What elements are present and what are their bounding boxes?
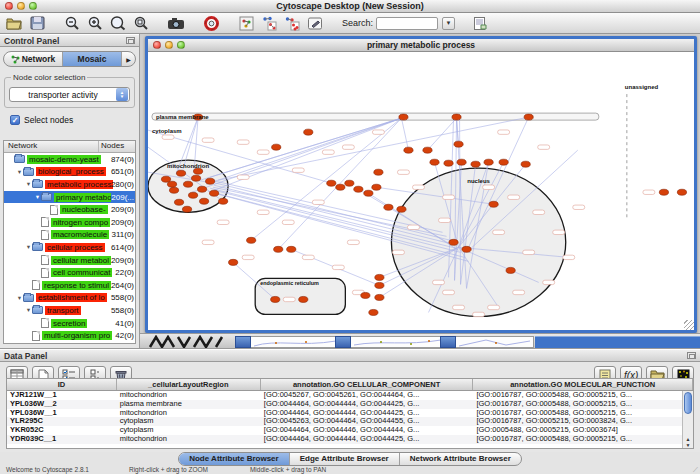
network-edge[interactable] [192, 118, 401, 192]
network-edge[interactable] [278, 118, 401, 249]
tab-mosaic[interactable]: Mosaic [63, 52, 122, 66]
network-node[interactable] [375, 282, 384, 288]
table-column-header[interactable]: _cellularLayoutRegion [117, 379, 261, 390]
network-node[interactable] [188, 192, 197, 198]
snapshot-camera-icon[interactable] [166, 14, 186, 32]
scrollbar-thumb[interactable] [684, 392, 692, 414]
network-node[interactable] [336, 184, 345, 190]
network-node[interactable] [183, 181, 192, 187]
network-node[interactable] [449, 239, 458, 245]
network-node[interactable] [354, 186, 363, 192]
network-node[interactable] [197, 186, 206, 192]
network-node[interactable] [374, 169, 383, 175]
background-window[interactable] [235, 336, 341, 348]
network-node[interactable] [169, 187, 178, 193]
network-node[interactable] [206, 178, 215, 184]
table-column-header[interactable]: annotation.GO MOLECULAR_FUNCTION [473, 379, 693, 390]
node-color-combobox[interactable]: transporter activity ▲▼ [9, 87, 130, 102]
network-node[interactable] [369, 309, 378, 315]
expand-arrow-icon[interactable]: ▼ [25, 244, 32, 250]
network-node[interactable] [199, 198, 208, 204]
network-node[interactable] [489, 201, 498, 207]
tree-row[interactable]: response to stimul264(0) [4, 279, 135, 292]
scrollbar-arrows[interactable]: ▲▼ [683, 436, 693, 448]
save-session-button[interactable] [27, 14, 47, 32]
background-window[interactable] [335, 336, 446, 348]
table-row[interactable]: YDR039C__1mitochondrion[GO:0044464, GO:0… [7, 435, 693, 444]
network-node[interactable] [404, 147, 413, 153]
tree-row[interactable]: nitrogen compo209(0) [4, 216, 135, 229]
network-edge[interactable] [427, 118, 456, 150]
zoom-selected-icon[interactable] [131, 14, 151, 32]
float-panel-icon[interactable] [687, 352, 696, 359]
network-node[interactable] [182, 206, 191, 212]
network-node[interactable] [506, 267, 515, 273]
tree-row[interactable]: nucleobase-209(0) [4, 203, 135, 216]
network-node[interactable] [372, 184, 381, 190]
network-window[interactable]: primary metabolic process plasma membran… [145, 36, 697, 333]
float-panel-icon[interactable] [126, 37, 135, 44]
network-edge[interactable] [401, 118, 408, 150]
network-node[interactable] [521, 161, 530, 167]
zoom-fit-icon[interactable] [108, 14, 128, 32]
zoom-in-icon[interactable] [85, 14, 105, 32]
tree-row[interactable]: ▼transport558(0) [4, 304, 135, 317]
network-node[interactable] [299, 296, 308, 302]
network-node[interactable] [361, 292, 370, 298]
browser-tab-edge[interactable]: Edge Attribute Browser [290, 453, 400, 465]
network-node[interactable] [247, 237, 256, 243]
network-node[interactable] [457, 159, 466, 165]
network-overview-icon[interactable] [236, 14, 256, 32]
table-scrollbar[interactable]: ▲▼ [682, 391, 693, 448]
network-node[interactable] [176, 170, 185, 176]
expand-arrow-icon[interactable]: ▼ [25, 181, 32, 187]
network-node[interactable] [499, 159, 508, 165]
network-node[interactable] [345, 180, 354, 186]
network-node[interactable] [271, 296, 280, 302]
network-node[interactable] [462, 246, 471, 252]
network-node[interactable] [219, 198, 228, 204]
import-attributes-icon[interactable] [470, 14, 490, 32]
zoom-out-icon[interactable] [62, 14, 82, 32]
tree-column-network[interactable]: Network [4, 141, 99, 152]
network-node[interactable] [174, 199, 183, 205]
network-node[interactable] [423, 147, 432, 153]
select-nodes-checkbox[interactable]: ✓ [10, 115, 20, 125]
network-node[interactable] [167, 181, 176, 187]
layout-nodes-icon[interactable] [259, 14, 279, 32]
network-node[interactable] [274, 246, 283, 252]
network-canvas[interactable]: plasma membranecytoplasmmitochondrionnuc… [148, 52, 694, 333]
network-node[interactable] [327, 180, 336, 186]
tree-row[interactable]: cellular metabol209(0) [4, 254, 135, 267]
network-node[interactable] [384, 204, 393, 210]
network-node[interactable] [364, 190, 373, 196]
network-node[interactable] [397, 206, 406, 212]
network-node[interactable] [452, 114, 461, 120]
network-node[interactable] [210, 190, 219, 196]
table-column-header[interactable]: annotation.GO CELLULAR_COMPONENT [261, 379, 474, 390]
network-node[interactable] [454, 141, 463, 147]
network-node[interactable] [677, 189, 686, 195]
tree-row[interactable]: multi-organism pro42(0) [4, 329, 135, 342]
search-input[interactable] [376, 17, 438, 30]
table-row[interactable]: YPL036W__2plasma membrane[GO:0044464, GO… [7, 400, 693, 409]
expand-arrow-icon[interactable]: ▼ [16, 295, 23, 301]
layout-edges-icon[interactable] [282, 14, 302, 32]
import-network-icon[interactable] [305, 14, 325, 32]
table-row[interactable]: YKR052Ccytoplasm[GO:0044464, GO:0044446,… [7, 426, 693, 435]
tree-row[interactable]: ▼establishment of lo558(0) [4, 292, 135, 305]
browser-tab-node[interactable]: Node Attribute Browser [179, 453, 290, 465]
open-session-button[interactable] [4, 14, 24, 32]
tree-row[interactable]: macromolecule311(0) [4, 229, 135, 242]
network-node[interactable] [399, 114, 408, 120]
expand-arrow-icon[interactable]: ▼ [25, 307, 32, 313]
network-node[interactable] [375, 294, 384, 300]
more-tabs-arrow[interactable]: ▶ [122, 52, 135, 66]
network-node[interactable] [659, 189, 668, 195]
browser-tab-network[interactable]: Network Attribute Browser [400, 453, 521, 465]
network-node[interactable] [444, 160, 453, 166]
network-edge[interactable] [206, 118, 401, 184]
network-node[interactable] [524, 114, 533, 120]
table-row[interactable]: YJR121W__1mitochondrion[GO:0045267, GO:0… [7, 391, 693, 400]
tree-row[interactable]: secretion41(0) [4, 317, 135, 330]
